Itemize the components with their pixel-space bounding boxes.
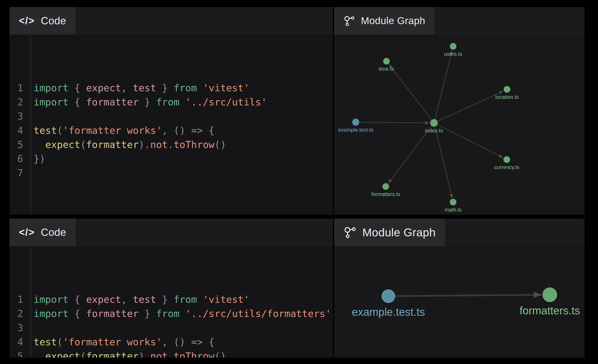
module-graph-icon — [343, 226, 356, 239]
module-graph-panel-bottom: Module Graph example.test.tsformatters.t… — [334, 219, 584, 358]
code-line-content: expect(formatter).not.toThrow() — [28, 138, 226, 152]
module-graph-canvas-bottom[interactable]: example.test.tsformatters.ts — [334, 246, 584, 358]
graph-node-label: formatters.ts — [520, 305, 580, 317]
code-editor-bottom: 1import { expect, test } from 'vitest'2i… — [9, 246, 333, 358]
graph-node-label: index.ts — [425, 128, 443, 133]
code-line: 2import { formatter } from '../src/utils… — [9, 95, 333, 109]
code-line: 7 — [9, 166, 333, 180]
graph-node-math-ts[interactable] — [450, 199, 457, 205]
code-line-content: test('formatter works', () => { — [28, 335, 214, 349]
code-panel-title: Code — [41, 226, 66, 238]
line-number: 1 — [9, 81, 28, 95]
code-panel-top-header: </> Code — [9, 7, 333, 34]
graph-node-time-ts[interactable] — [383, 58, 390, 65]
module-graph-title: Module Graph — [361, 15, 425, 26]
tab-module-graph-bottom[interactable]: Module Graph — [334, 219, 445, 246]
code-line: 4test('formatter works', () => { — [9, 335, 333, 349]
module-graph-top-header: Module Graph — [334, 7, 584, 34]
graph-node-label: location.ts — [495, 94, 519, 100]
code-line-content: import { formatter } from '../src/utils' — [28, 95, 267, 109]
graph-node-label: example.test.ts — [352, 306, 425, 318]
line-number: 6 — [9, 152, 28, 166]
line-number: 5 — [9, 138, 28, 152]
tab-code-top[interactable]: </> Code — [9, 7, 76, 34]
code-line: 1import { expect, test } from 'vitest' — [9, 292, 333, 306]
code-line-content: test('formatter works', () => { — [28, 123, 214, 138]
line-number: 4 — [9, 335, 28, 349]
graph-node-label: users.ts — [444, 51, 462, 57]
code-line: 2import { formatter } from '../src/utils… — [9, 306, 333, 321]
graph-edge — [434, 123, 452, 198]
line-number: 5 — [9, 349, 28, 358]
code-panel-title: Code — [41, 15, 66, 27]
code-panel-top: </> Code 1import { expect, test } from '… — [9, 7, 333, 215]
code-line: 6}) — [9, 152, 333, 166]
code-line-content: import { expect, test } from 'vitest' — [28, 292, 249, 306]
graph-node-label: formatters.ts — [371, 191, 400, 197]
module-graph-title: Module Graph — [362, 226, 436, 239]
module-graph-canvas-top[interactable]: users.tstime.tslocation.tsexample.test.t… — [334, 34, 584, 215]
code-icon: </> — [19, 15, 35, 26]
graph-node-example-test-ts[interactable] — [352, 119, 359, 126]
module-graph-icon — [343, 15, 355, 26]
code-line: 1import { expect, test } from 'vitest' — [9, 81, 333, 95]
graph-edge — [389, 65, 434, 123]
graph-node-example-test-ts[interactable] — [382, 289, 395, 303]
graph-node-label: currency.ts — [494, 164, 519, 170]
tab-module-graph-top[interactable]: Module Graph — [334, 7, 435, 34]
line-number: 2 — [9, 306, 28, 321]
line-number: 3 — [9, 109, 28, 123]
code-line: 4test('formatter works', () => { — [9, 123, 333, 138]
module-graph-svg: users.tstime.tslocation.tsexample.test.t… — [334, 34, 584, 215]
page: </> Code 1import { expect, test } from '… — [0, 0, 598, 364]
graph-edge — [434, 123, 503, 158]
code-line-content: import { expect, test } from 'vitest' — [28, 81, 249, 95]
line-number: 1 — [9, 292, 28, 306]
code-panel-bottom-header: </> Code — [9, 219, 333, 246]
line-number: 2 — [9, 95, 28, 109]
code-line: 3 — [9, 109, 333, 123]
code-panel-bottom: </> Code 1import { expect, test } from '… — [9, 219, 333, 358]
code-line-content: expect(formatter).not.toThrow() — [28, 349, 226, 358]
code-line-content: import { formatter } from '../src/utils/… — [28, 306, 331, 321]
gutter-separator — [30, 34, 31, 215]
graph-node-formatters-ts[interactable] — [542, 287, 557, 302]
graph-node-users-ts[interactable] — [450, 43, 457, 50]
graph-node-label: time.ts — [379, 66, 394, 72]
code-line: 5 expect(formatter).not.toThrow() — [9, 349, 333, 358]
graph-node-index-ts[interactable] — [430, 119, 438, 127]
code-line: 3 — [9, 321, 333, 335]
graph-node-location-ts[interactable] — [504, 86, 510, 93]
graph-node-label: example.test.ts — [338, 127, 373, 133]
graph-edge — [388, 295, 541, 296]
line-number: 3 — [9, 321, 28, 335]
gutter-separator — [30, 246, 31, 358]
code-icon: </> — [19, 227, 35, 238]
graph-node-label: math.ts — [445, 207, 462, 213]
code-editor-top: 1import { expect, test } from 'vitest'2i… — [9, 34, 333, 215]
graph-edge — [434, 91, 503, 123]
tab-code-bottom[interactable]: </> Code — [9, 219, 76, 246]
line-number: 7 — [9, 166, 28, 180]
graph-node-formatters-ts[interactable] — [382, 183, 389, 190]
graph-edge — [434, 50, 452, 123]
module-graph-svg: example.test.tsformatters.ts — [334, 246, 584, 358]
code-line: 5 expect(formatter).not.toThrow() — [9, 138, 333, 152]
line-number: 4 — [9, 123, 28, 138]
graph-node-currency-ts[interactable] — [503, 156, 510, 163]
module-graph-panel-top: Module Graph users.tstime.tslocation.tse… — [334, 7, 584, 215]
graph-edge — [356, 122, 429, 123]
module-graph-bottom-header: Module Graph — [334, 219, 584, 246]
